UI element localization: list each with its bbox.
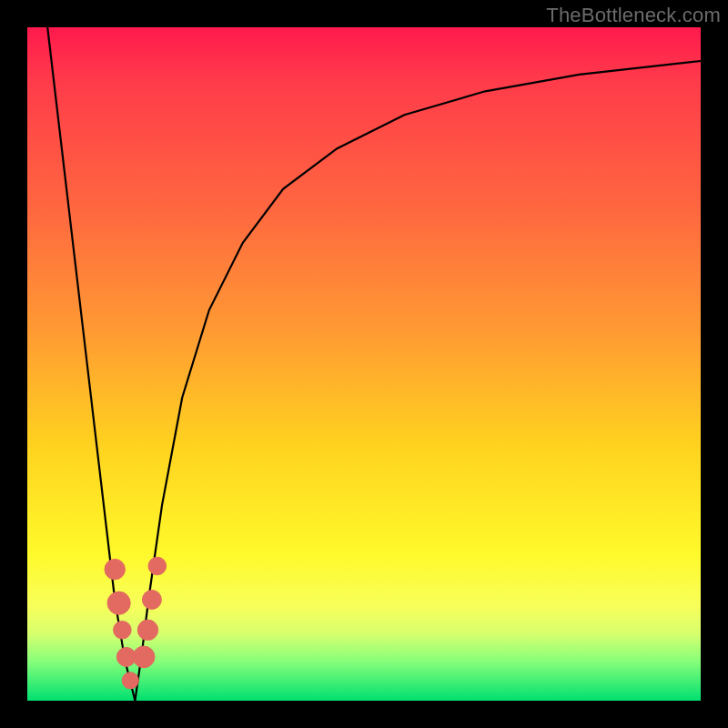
cluster-point <box>105 560 125 580</box>
chart-frame: TheBottleneck.com <box>0 0 728 728</box>
cluster-point <box>133 646 155 668</box>
cluster-point <box>142 591 161 610</box>
curve-right-branch <box>135 61 701 701</box>
plot-area <box>27 27 701 701</box>
cluster-point <box>137 620 157 640</box>
cluster-point <box>122 672 138 689</box>
cluster-point <box>114 622 132 640</box>
cluster-point <box>107 592 130 614</box>
watermark-text: TheBottleneck.com <box>546 4 721 27</box>
marker-cluster <box>105 557 167 689</box>
cluster-point <box>148 557 167 575</box>
chart-svg <box>27 27 701 701</box>
